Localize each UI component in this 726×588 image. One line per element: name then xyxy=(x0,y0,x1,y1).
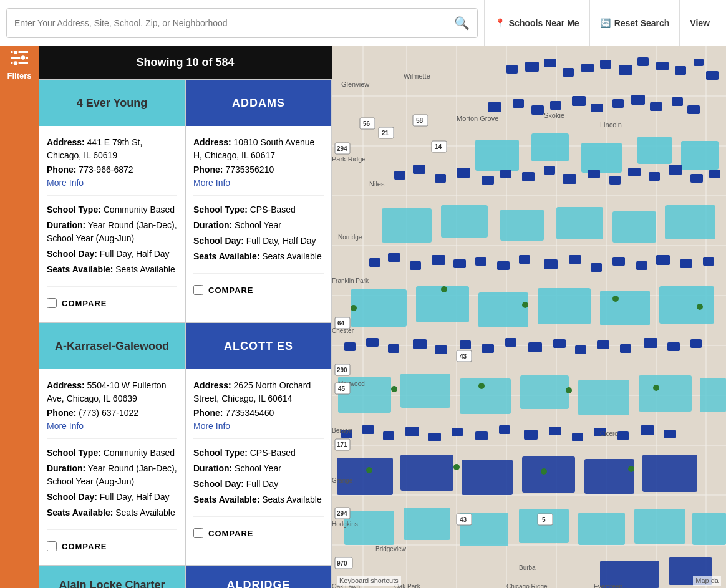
address-section: Address: 2625 North Orchard Street, Chic… xyxy=(193,379,324,439)
compare-checkbox-addams[interactable] xyxy=(193,285,203,295)
card-body-alcott-es: Address: 2625 North Orchard Street, Chic… xyxy=(186,369,331,565)
duration-line: Duration: Year Round (Jan-Dec), School Y… xyxy=(47,219,177,245)
search-container: 🔍 xyxy=(6,8,478,38)
svg-rect-31 xyxy=(600,60,611,69)
school-type-line: School Type: CPS-Based xyxy=(193,203,324,216)
svg-rect-57 xyxy=(457,168,470,178)
compare-checkbox-alcott-es[interactable] xyxy=(193,528,203,538)
svg-rect-128 xyxy=(499,425,510,434)
school-type-line: School Type: CPS-Based xyxy=(193,446,324,460)
svg-point-153 xyxy=(522,302,528,308)
svg-rect-79 xyxy=(432,255,445,265)
phone-label: Phone: xyxy=(47,165,76,175)
map-panel[interactable]: Glenview Wilmette Morton Grove Skokie Li… xyxy=(332,46,726,588)
svg-rect-90 xyxy=(680,259,692,268)
compare-checkbox-four-ever-young[interactable] xyxy=(47,298,57,308)
svg-rect-47 xyxy=(672,97,683,106)
duration-label: Duration: xyxy=(47,220,85,230)
keyboard-shortcuts[interactable]: Keyboard shortcuts xyxy=(337,576,401,586)
duration-value: School Year xyxy=(235,463,281,473)
cards-grid: 4 Ever Young Address: 441 E 79th St, Chi… xyxy=(39,79,332,588)
compare-label[interactable]: COMPARE xyxy=(208,286,253,295)
compare-section: COMPARE xyxy=(193,524,324,542)
view-label: View xyxy=(690,18,710,28)
svg-rect-99 xyxy=(366,338,379,347)
svg-rect-44 xyxy=(612,99,624,108)
compare-label[interactable]: COMPARE xyxy=(62,299,107,308)
search-button[interactable]: 🔍 xyxy=(454,16,470,31)
svg-rect-40 xyxy=(531,105,544,115)
phone-label: Phone: xyxy=(47,408,76,418)
seats-label: Seats Available: xyxy=(47,264,113,274)
svg-rect-73 xyxy=(556,207,603,239)
svg-rect-51 xyxy=(581,143,622,173)
svg-text:Berwyn: Berwyn xyxy=(332,427,352,434)
svg-rect-104 xyxy=(482,344,494,353)
svg-rect-74 xyxy=(612,211,656,243)
address-section: Address: 441 E 79th St, Chicago, IL 6061… xyxy=(47,136,177,196)
phone-label: Phone: xyxy=(193,165,223,175)
compare-label[interactable]: COMPARE xyxy=(62,542,107,551)
svg-point-151 xyxy=(351,305,357,311)
svg-rect-106 xyxy=(528,342,542,352)
svg-rect-84 xyxy=(544,259,558,269)
schools-near-me-button[interactable]: 📍 Schools Near Me xyxy=(484,0,589,46)
svg-rect-119 xyxy=(639,375,692,412)
showing-text: Showing 10 of 584 xyxy=(136,56,234,69)
svg-text:Burba: Burba xyxy=(519,564,536,571)
more-info-link[interactable]: More Info xyxy=(193,421,230,431)
svg-rect-34 xyxy=(656,62,669,70)
duration-label: Duration: xyxy=(193,220,232,230)
phone-line: Phone: 7735345460 xyxy=(193,407,324,420)
svg-rect-80 xyxy=(453,259,466,268)
svg-rect-46 xyxy=(650,102,662,111)
address-label: Address: xyxy=(47,380,85,390)
view-button[interactable]: View xyxy=(679,0,720,46)
svg-text:Hodgkins: Hodgkins xyxy=(332,521,358,528)
more-info-link[interactable]: More Info xyxy=(193,178,230,188)
svg-text:Chicago Ridge: Chicago Ridge xyxy=(506,583,548,588)
address-section: Address: 5504-10 W Fullerton Ave, Chicag… xyxy=(47,379,177,439)
seats-label: Seats Available: xyxy=(47,508,113,518)
compare-label[interactable]: COMPARE xyxy=(208,529,253,538)
svg-rect-127 xyxy=(475,431,488,440)
svg-text:21: 21 xyxy=(382,130,389,137)
svg-point-160 xyxy=(366,467,372,473)
school-day-line: School Day: Full Day, Half Day xyxy=(47,491,177,504)
svg-rect-97 xyxy=(659,286,714,324)
svg-point-158 xyxy=(566,387,572,393)
svg-text:Bridgeview: Bridgeview xyxy=(375,546,407,552)
more-info-link[interactable]: More Info xyxy=(47,178,84,188)
school-type-value: Community Based xyxy=(104,205,175,214)
svg-point-161 xyxy=(453,464,460,470)
address-line: Address: 2625 North Orchard Street, Chic… xyxy=(193,379,324,405)
compare-section: COMPARE xyxy=(193,281,324,299)
school-card-a-karrasel-galewood: A-Karrasel-Galewood Address: 5504-10 W F… xyxy=(39,322,185,566)
school-details: School Type: CPS-Based Duration: School … xyxy=(193,203,324,274)
svg-rect-135 xyxy=(664,430,676,438)
filters-sidebar[interactable]: Filters xyxy=(0,46,39,588)
compare-checkbox-a-karrasel-galewood[interactable] xyxy=(47,541,57,551)
seats-label: Seats Available: xyxy=(193,494,259,504)
seats-value: Seats Available xyxy=(262,494,321,504)
svg-rect-67 xyxy=(669,165,682,175)
svg-rect-146 xyxy=(578,513,625,545)
svg-rect-88 xyxy=(636,261,647,270)
school-day-label: School Day: xyxy=(193,236,244,246)
school-day-value: Full Day, Half Day xyxy=(100,492,170,502)
svg-text:64: 64 xyxy=(337,320,345,327)
svg-rect-41 xyxy=(550,101,561,110)
phone-value: 773-966-6872 xyxy=(79,165,133,175)
svg-rect-60 xyxy=(522,172,535,181)
svg-rect-95 xyxy=(538,288,591,324)
search-icon: 🔍 xyxy=(454,16,470,30)
svg-rect-32 xyxy=(619,65,632,75)
reset-search-button[interactable]: 🔄 Reset Search xyxy=(589,0,680,46)
school-name: ADDAMS xyxy=(232,97,285,110)
search-input[interactable] xyxy=(14,18,454,28)
svg-rect-66 xyxy=(649,172,660,181)
address-label: Address: xyxy=(193,137,231,147)
filters-label: Filters xyxy=(7,71,31,80)
more-info-link[interactable]: More Info xyxy=(47,421,84,431)
filter-icon xyxy=(11,51,28,69)
